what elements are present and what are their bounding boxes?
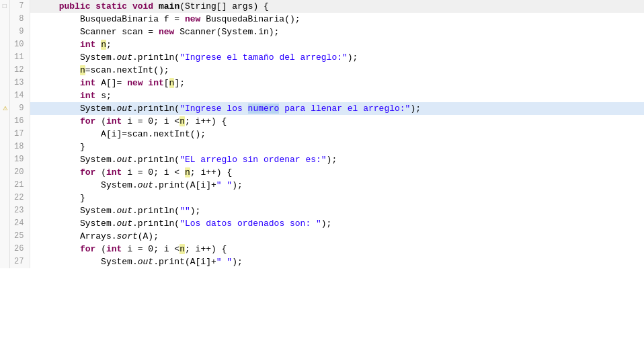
line-number: 16	[9, 115, 30, 128]
fold-icon: □	[3, 3, 7, 10]
fold-gutter	[0, 89, 9, 102]
table-row: 16 for (int i = 0; i <n; i++) {	[0, 115, 644, 128]
table-row: 21 System.out.print(A[i]+" ");	[0, 179, 644, 192]
fold-gutter	[0, 13, 9, 26]
code-line: System.out.println("EL arreglo sin orden…	[30, 153, 644, 166]
warning-icon: ⚠	[1, 104, 7, 113]
code-line: }	[30, 141, 644, 153]
table-row: 12 n=scan.nextInt();	[0, 64, 644, 77]
fold-gutter	[0, 77, 9, 89]
line-number: 8	[9, 13, 30, 26]
line-number: 9	[9, 102, 30, 115]
code-line: System.out.print(A[i]+" ");	[30, 255, 644, 268]
table-row: 25 Arrays.sort(A);	[0, 230, 644, 243]
table-row: 26 for (int i = 0; i <n; i++) {	[0, 243, 644, 255]
code-line: System.out.println("Los datos ordenados …	[30, 217, 644, 230]
fold-gutter	[0, 192, 9, 204]
code-line: for (int i = 0; i <n; i++) {	[30, 243, 644, 255]
fold-gutter	[0, 255, 9, 268]
line-number: 25	[9, 230, 30, 243]
code-line: int A[]= new int[n];	[30, 77, 644, 89]
line-number: 23	[9, 204, 30, 217]
fold-gutter	[0, 51, 9, 64]
code-line: BusquedaBinaria f = new BusquedaBinaria(…	[30, 13, 644, 26]
code-line: System.out.print(A[i]+" ");	[30, 179, 644, 192]
code-line: n=scan.nextInt();	[30, 64, 644, 77]
code-line: System.out.println("");	[30, 204, 644, 217]
fold-gutter	[0, 141, 9, 153]
fold-gutter	[0, 230, 9, 243]
fold-gutter	[0, 179, 9, 192]
code-line: for (int i = 0; i < n; i++) {	[30, 166, 644, 179]
code-table: □ 7 public static void main(String[] arg…	[0, 0, 644, 268]
line-number: 11	[9, 51, 30, 64]
code-line: for (int i = 0; i <n; i++) {	[30, 115, 644, 128]
table-row: 13 int A[]= new int[n];	[0, 77, 644, 89]
line-number: 13	[9, 77, 30, 89]
fold-gutter	[0, 26, 9, 38]
code-line: System.out.println("Ingrese los numero p…	[30, 102, 644, 115]
line-number: 14	[9, 89, 30, 102]
line-number: 12	[9, 64, 30, 77]
fold-gutter	[0, 128, 9, 141]
table-row: 17 A[i]=scan.nextInt();	[0, 128, 644, 141]
fold-gutter: □	[0, 0, 9, 13]
fold-gutter	[0, 115, 9, 128]
table-row: 8 BusquedaBinaria f = new BusquedaBinari…	[0, 13, 644, 26]
line-number: 21	[9, 179, 30, 192]
line-number: 18	[9, 141, 30, 153]
line-number: 22	[9, 192, 30, 204]
line-number: 20	[9, 166, 30, 179]
code-line: A[i]=scan.nextInt();	[30, 128, 644, 141]
fold-gutter	[0, 153, 9, 166]
code-line: public static void main(String[] args) {	[30, 0, 644, 13]
fold-gutter: ⚠	[0, 102, 9, 115]
code-line: Scanner scan = new Scanner(System.in);	[30, 26, 644, 38]
table-row: 19 System.out.println("EL arreglo sin or…	[0, 153, 644, 166]
line-number: 17	[9, 128, 30, 141]
line-number: 19	[9, 153, 30, 166]
line-number: 7	[9, 0, 30, 13]
fold-gutter	[0, 204, 9, 217]
code-line: System.out.println("Ingrese el tamaño de…	[30, 51, 644, 64]
fold-gutter	[0, 64, 9, 77]
line-number: 26	[9, 243, 30, 255]
line-number: 9	[9, 26, 30, 38]
code-editor[interactable]: □ 7 public static void main(String[] arg…	[0, 0, 644, 357]
table-row: 14 int s;	[0, 89, 644, 102]
table-row: 23 System.out.println("");	[0, 204, 644, 217]
table-row: ⚠ 9 System.out.println("Ingrese los nume…	[0, 102, 644, 115]
table-row: 18 }	[0, 141, 644, 153]
code-line: }	[30, 192, 644, 204]
table-row: 27 System.out.print(A[i]+" ");	[0, 255, 644, 268]
code-line: int s;	[30, 89, 644, 102]
table-row: 11 System.out.println("Ingrese el tamaño…	[0, 51, 644, 64]
table-row: 24 System.out.println("Los datos ordenad…	[0, 217, 644, 230]
table-row: □ 7 public static void main(String[] arg…	[0, 0, 644, 13]
line-number: 27	[9, 255, 30, 268]
line-number: 24	[9, 217, 30, 230]
fold-gutter	[0, 166, 9, 179]
table-row: 10 int n;	[0, 38, 644, 51]
table-row: 22 }	[0, 192, 644, 204]
fold-gutter	[0, 243, 9, 255]
table-row: 20 for (int i = 0; i < n; i++) {	[0, 166, 644, 179]
table-row: 9 Scanner scan = new Scanner(System.in);	[0, 26, 644, 38]
fold-gutter	[0, 217, 9, 230]
line-number: 10	[9, 38, 30, 51]
code-line: int n;	[30, 38, 644, 51]
fold-gutter	[0, 38, 9, 51]
code-line: Arrays.sort(A);	[30, 230, 644, 243]
